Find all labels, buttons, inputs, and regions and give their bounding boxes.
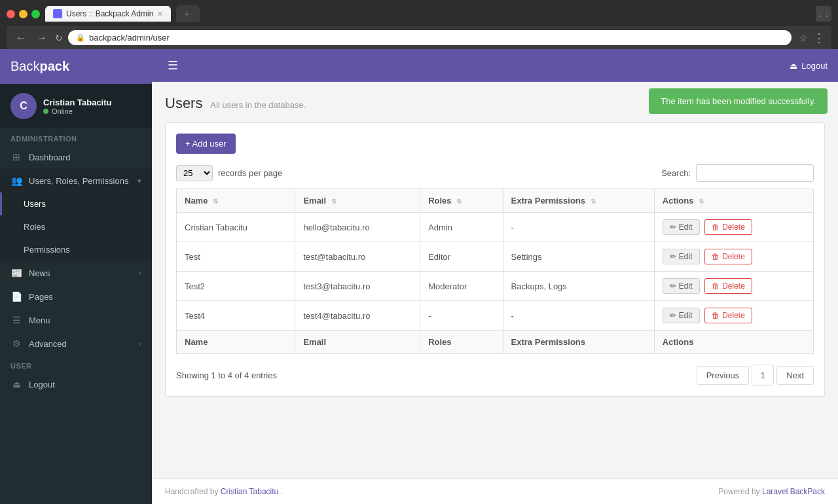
col-roles: Roles ⇅ bbox=[420, 189, 503, 213]
cell-email: test@tabacitu.ro bbox=[295, 242, 420, 272]
col-extra-permissions: Extra Permissions ⇅ bbox=[503, 189, 654, 213]
sidebar-item-advanced[interactable]: ⚙ Advanced ‹ bbox=[0, 332, 152, 355]
handcrafted-text: Handcrafted by bbox=[165, 487, 218, 496]
users-icon: 👥 bbox=[10, 175, 22, 186]
cell-email: test4@tabacitu.ro bbox=[295, 301, 420, 331]
page-1-button[interactable]: 1 bbox=[752, 365, 774, 386]
edit-button[interactable]: ✏ Edit bbox=[663, 278, 700, 294]
chevron-right-icon: ‹ bbox=[139, 269, 141, 277]
col-actions: Actions ⇅ bbox=[654, 189, 813, 213]
cell-actions: ✏ Edit 🗑 Delete bbox=[654, 242, 813, 272]
edit-icon: ✏ bbox=[670, 281, 676, 291]
delete-icon: 🗑 bbox=[712, 311, 720, 320]
footer: Handcrafted by Cristian Tabacitu . Power… bbox=[152, 478, 838, 504]
cell-roles: Moderator bbox=[420, 272, 503, 301]
minimize-dot[interactable] bbox=[19, 10, 27, 18]
sort-icon[interactable]: ⇅ bbox=[456, 198, 462, 205]
sidebar-item-label: Logout bbox=[29, 380, 141, 389]
add-user-button[interactable]: + Add user bbox=[176, 134, 236, 154]
browser-menu-button[interactable]: ⋮ bbox=[813, 31, 825, 45]
browser-tab[interactable]: Users :: Backpack Admin ✕ bbox=[45, 6, 171, 22]
sidebar-item-menu[interactable]: ☰ Menu bbox=[0, 308, 152, 332]
browser-extension: ⋮⋮ bbox=[816, 6, 831, 22]
sidebar-item-label: Menu bbox=[29, 315, 141, 325]
content-area: The item has been modified successfully.… bbox=[152, 82, 838, 478]
tab-title: Users :: Backpack Admin bbox=[66, 9, 153, 18]
sidebar-item-roles[interactable]: Roles bbox=[0, 215, 152, 238]
footer-left: Handcrafted by Cristian Tabacitu . bbox=[165, 487, 283, 496]
advanced-icon: ⚙ bbox=[10, 338, 22, 349]
foot-col-roles: Roles bbox=[420, 331, 503, 354]
table-row: Test4 test4@tabacitu.ro - - ✏ Edit 🗑 Del… bbox=[177, 301, 814, 331]
delete-button[interactable]: 🗑 Delete bbox=[704, 278, 752, 294]
chevron-down-icon: ▾ bbox=[137, 177, 141, 185]
close-dot[interactable] bbox=[7, 10, 15, 18]
logout-icon: ⏏ bbox=[10, 379, 22, 389]
topbar-right: ⏏ Logout bbox=[790, 61, 828, 71]
cell-extra-permissions: Settings bbox=[503, 242, 654, 272]
search-control: Search: bbox=[661, 164, 814, 182]
author-link[interactable]: Cristian Tabacitu bbox=[221, 487, 279, 496]
sort-icon[interactable]: ⇅ bbox=[331, 198, 337, 205]
back-button[interactable]: ← bbox=[13, 31, 29, 45]
records-per-page-select[interactable]: 25 10 50 100 bbox=[176, 165, 213, 181]
sidebar-item-logout[interactable]: ⏏ Logout bbox=[0, 372, 152, 396]
sidebar-item-users[interactable]: Users bbox=[0, 192, 152, 215]
cell-name: Cristian Tabacitu bbox=[177, 213, 295, 242]
success-notification: The item has been modified successfully. bbox=[649, 88, 828, 114]
dashboard-icon: ⊞ bbox=[10, 152, 22, 162]
menu-icon: ☰ bbox=[10, 315, 22, 325]
edit-button[interactable]: ✏ Edit bbox=[663, 308, 700, 323]
framework-link[interactable]: Laravel BackPack bbox=[762, 487, 825, 496]
logout-link[interactable]: ⏏ Logout bbox=[790, 61, 828, 71]
sidebar-item-pages[interactable]: 📄 Pages bbox=[0, 285, 152, 308]
table-foot: Name Email Roles Extra Permissions Actio… bbox=[177, 331, 814, 354]
edit-button[interactable]: ✏ Edit bbox=[663, 219, 700, 235]
sidebar-item-permissions[interactable]: Permissions bbox=[0, 238, 152, 261]
tab-favicon bbox=[53, 9, 62, 18]
browser-titlebar: Users :: Backpack Admin ✕ + ⋮⋮ bbox=[7, 5, 831, 22]
sort-icon[interactable]: ⇅ bbox=[213, 198, 218, 205]
sidebar-item-users-roles-permissions[interactable]: 👥 Users, Roles, Permissions ▾ bbox=[0, 169, 152, 192]
sidebar-brand[interactable]: Backpack bbox=[0, 49, 152, 84]
address-bar[interactable]: 🔒 backpack/admin/user bbox=[68, 30, 792, 45]
sidebar-item-label: Dashboard bbox=[29, 153, 141, 162]
col-name: Name ⇅ bbox=[177, 189, 295, 213]
maximize-dot[interactable] bbox=[31, 10, 40, 18]
tab-close-icon[interactable]: ✕ bbox=[157, 10, 163, 18]
records-per-page-label: records per page bbox=[218, 168, 282, 178]
sidebar-item-label: Permissions bbox=[24, 245, 141, 255]
cell-roles: Admin bbox=[420, 213, 503, 242]
table-head: Name ⇅ Email ⇅ Roles ⇅ bbox=[177, 189, 814, 213]
table-row: Test2 test3@tabacitu.ro Moderator Backup… bbox=[177, 272, 814, 301]
forward-button[interactable]: → bbox=[34, 31, 50, 45]
search-input[interactable] bbox=[696, 164, 814, 182]
edit-icon: ✏ bbox=[670, 311, 676, 320]
sidebar-item-dashboard[interactable]: ⊞ Dashboard bbox=[0, 145, 152, 169]
records-per-page-control: 25 10 50 100 records per page bbox=[176, 165, 282, 181]
bookmark-icon[interactable]: ☆ bbox=[799, 33, 808, 43]
sidebar-toggle-button[interactable]: ☰ bbox=[162, 56, 183, 75]
logout-label: Logout bbox=[801, 61, 828, 71]
refresh-button[interactable]: ↻ bbox=[55, 33, 63, 43]
delete-button[interactable]: 🗑 Delete bbox=[704, 219, 752, 235]
cell-extra-permissions: - bbox=[503, 301, 654, 331]
sidebar-item-label: Users bbox=[24, 199, 141, 209]
foot-col-actions: Actions bbox=[654, 331, 813, 354]
delete-icon: 🗑 bbox=[712, 223, 720, 232]
sort-icon[interactable]: ⇅ bbox=[591, 198, 596, 205]
sidebar-item-news[interactable]: 📰 News ‹ bbox=[0, 261, 152, 285]
sidebar-item-label: Pages bbox=[29, 292, 141, 302]
sort-icon[interactable]: ⇅ bbox=[699, 198, 704, 205]
next-button[interactable]: Next bbox=[776, 366, 814, 385]
new-tab[interactable]: + bbox=[176, 5, 200, 22]
chevron-right-icon: ‹ bbox=[139, 340, 141, 348]
browser-toolbar: ← → ↻ 🔒 backpack/admin/user ☆ ⋮ bbox=[7, 26, 831, 49]
previous-button[interactable]: Previous bbox=[697, 366, 750, 385]
edit-button[interactable]: ✏ Edit bbox=[663, 249, 700, 264]
delete-button[interactable]: 🗑 Delete bbox=[704, 249, 752, 264]
delete-button[interactable]: 🗑 Delete bbox=[704, 308, 752, 323]
cell-roles: - bbox=[420, 301, 503, 331]
status-dot bbox=[43, 109, 48, 114]
delete-icon: 🗑 bbox=[712, 281, 720, 291]
